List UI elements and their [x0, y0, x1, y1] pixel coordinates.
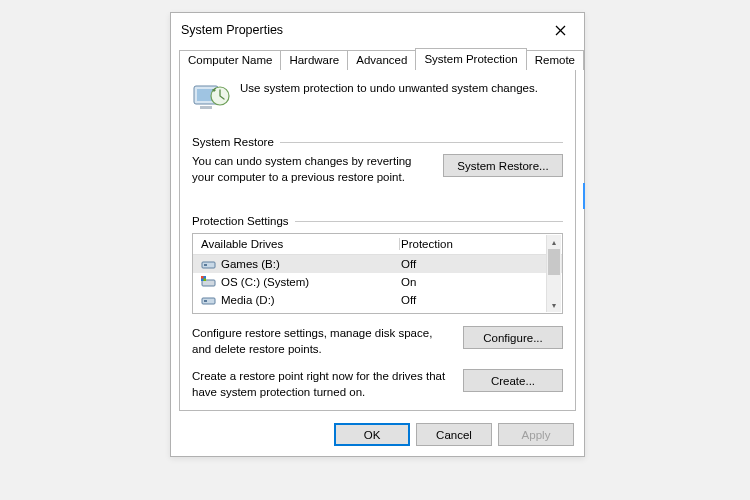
- drive-row[interactable]: Games (B:) Off: [193, 255, 562, 273]
- drive-protection: On: [401, 276, 562, 288]
- column-header-protection[interactable]: Protection: [401, 238, 562, 250]
- svg-rect-4: [200, 106, 212, 109]
- drive-row[interactable]: OS (C:) (System) On: [193, 273, 562, 291]
- drive-icon: [201, 293, 217, 307]
- close-button[interactable]: [544, 19, 576, 41]
- intro-row: Use system protection to undo unwanted s…: [192, 80, 563, 114]
- column-divider[interactable]: [399, 238, 400, 250]
- tab-panel-system-protection: Use system protection to undo unwanted s…: [179, 69, 576, 411]
- drive-icon: [201, 275, 217, 289]
- drive-protection: Off: [401, 294, 562, 306]
- tab-advanced[interactable]: Advanced: [347, 50, 416, 70]
- configure-row: Configure restore settings, manage disk …: [192, 326, 563, 357]
- section-header-settings: Protection Settings: [192, 215, 563, 227]
- system-properties-dialog: System Properties Computer Name Hardware…: [170, 12, 585, 457]
- drive-row[interactable]: Media (D:) Off: [193, 291, 562, 309]
- svg-rect-14: [204, 300, 207, 302]
- svg-rect-8: [204, 264, 207, 266]
- drive-protection: Off: [401, 258, 562, 270]
- system-protection-icon: [192, 80, 230, 114]
- divider-line: [280, 142, 563, 143]
- ok-button[interactable]: OK: [334, 423, 410, 446]
- tab-hardware[interactable]: Hardware: [280, 50, 348, 70]
- svg-rect-11: [201, 276, 204, 279]
- scroll-thumb[interactable]: [548, 249, 560, 275]
- drives-header: Available Drives Protection: [193, 234, 562, 255]
- column-header-drives[interactable]: Available Drives: [201, 238, 401, 250]
- drive-name: OS (C:) (System): [221, 276, 401, 288]
- window-title: System Properties: [181, 23, 283, 37]
- tab-bar: Computer Name Hardware Advanced System P…: [171, 47, 584, 69]
- dialog-button-row: OK Cancel Apply: [171, 417, 584, 456]
- tab-computer-name[interactable]: Computer Name: [179, 50, 281, 70]
- scroll-down-icon[interactable]: ▾: [547, 298, 561, 312]
- divider-line: [295, 221, 563, 222]
- restore-row: You can undo system changes by reverting…: [192, 154, 563, 185]
- titlebar: System Properties: [171, 13, 584, 45]
- system-restore-button[interactable]: System Restore...: [443, 154, 563, 177]
- drives-list-box: Available Drives Protection Games (B:) O…: [192, 233, 563, 314]
- svg-rect-7: [202, 262, 215, 268]
- drive-name: Games (B:): [221, 258, 401, 270]
- cancel-button[interactable]: Cancel: [416, 423, 492, 446]
- svg-rect-13: [202, 298, 215, 304]
- section-header-settings-label: Protection Settings: [192, 215, 289, 227]
- create-button[interactable]: Create...: [463, 369, 563, 392]
- drive-name: Media (D:): [221, 294, 401, 306]
- tab-system-protection[interactable]: System Protection: [415, 48, 526, 70]
- close-icon: [555, 25, 566, 36]
- create-description: Create a restore point right now for the…: [192, 369, 453, 400]
- intro-text: Use system protection to undo unwanted s…: [240, 80, 538, 94]
- scroll-up-icon[interactable]: ▴: [547, 235, 561, 249]
- scrollbar[interactable]: ▴ ▾: [546, 235, 561, 312]
- create-row: Create a restore point right now for the…: [192, 369, 563, 400]
- configure-button[interactable]: Configure...: [463, 326, 563, 349]
- section-header-restore: System Restore: [192, 136, 563, 148]
- apply-button[interactable]: Apply: [498, 423, 574, 446]
- window-edge-accent: [583, 183, 585, 209]
- section-header-restore-label: System Restore: [192, 136, 274, 148]
- drives-list[interactable]: Games (B:) Off OS (C:) (System) On Media…: [193, 255, 562, 313]
- configure-description: Configure restore settings, manage disk …: [192, 326, 453, 357]
- drive-icon: [201, 257, 217, 271]
- restore-description: You can undo system changes by reverting…: [192, 154, 433, 185]
- tab-remote[interactable]: Remote: [526, 50, 584, 70]
- svg-rect-12: [204, 279, 207, 282]
